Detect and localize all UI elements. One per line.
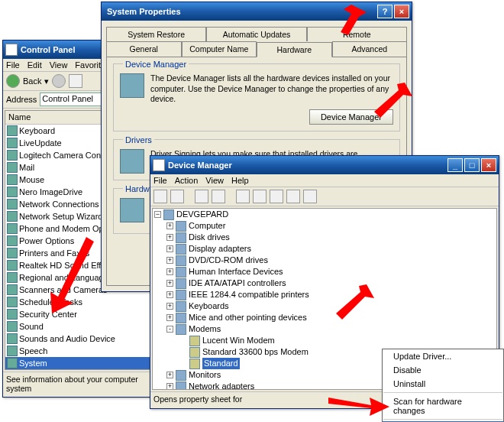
item-icon	[7, 138, 18, 148]
modem-icon	[189, 336, 200, 346]
item-label: Network Setup Wizard	[19, 212, 102, 221]
tree-node[interactable]: +IEEE 1284.4 compatible printers	[153, 289, 496, 300]
item-label: Mail	[19, 163, 34, 172]
node-label: IEEE 1284.4 compatible printers	[189, 289, 309, 300]
tab[interactable]: Automatic Updates	[206, 27, 306, 41]
menu-edit[interactable]: Edit	[27, 60, 42, 70]
tab[interactable]: Advanced	[332, 41, 408, 57]
item-icon	[7, 199, 18, 209]
item-label: Nero ImageDrive	[19, 187, 82, 196]
ctx-update-driver[interactable]: Update Driver...	[383, 349, 503, 363]
toolbar-button[interactable]	[236, 190, 250, 203]
item-icon	[7, 187, 18, 197]
back-label: Back	[23, 76, 41, 86]
tree-node[interactable]: +IDE ATA/ATAPI controllers	[153, 278, 496, 289]
menu-favorites[interactable]: Favorit	[75, 60, 101, 70]
expand-icon[interactable]: +	[166, 280, 173, 287]
device-icon	[176, 244, 186, 255]
cp-item[interactable]: Speech	[5, 345, 152, 357]
item-icon	[7, 248, 18, 258]
device-icon	[176, 267, 186, 278]
tree-node-child[interactable]: Lucent Win Modem	[153, 335, 496, 346]
cp-item[interactable]: System	[5, 357, 152, 369]
menu-file[interactable]: File	[6, 60, 20, 70]
toolbar-button[interactable]	[153, 190, 167, 203]
forward-button-icon[interactable]	[52, 74, 66, 88]
group-title: Device Manager	[123, 60, 189, 69]
collapse-icon[interactable]: −	[154, 211, 161, 218]
item-label: Sound	[19, 322, 44, 331]
annotation-arrow	[367, 83, 412, 121]
group-title: Drivers	[123, 135, 154, 144]
node-label: DVD/CD-ROM drives	[189, 255, 268, 266]
node-label: Mice and other pointing devices	[189, 312, 307, 323]
item-label: Sounds and Audio Device	[19, 334, 115, 343]
expand-icon[interactable]: +	[166, 245, 173, 252]
window-title: Control Panel	[21, 45, 76, 54]
tree-node[interactable]: +Display adapters	[153, 243, 496, 255]
cp-item[interactable]: Sound	[5, 320, 152, 333]
menu-help[interactable]: Help	[231, 176, 249, 185]
expand-icon[interactable]: +	[166, 268, 173, 275]
expand-icon[interactable]: +	[166, 303, 173, 310]
toolbar-button[interactable]	[270, 190, 283, 203]
toolbar-button[interactable]	[286, 190, 300, 203]
item-icon	[7, 211, 18, 222]
up-button-icon[interactable]	[69, 74, 82, 88]
toolbar-button[interactable]	[253, 190, 267, 203]
tree-node[interactable]: +Disk drives	[153, 232, 496, 243]
expand-icon[interactable]: +	[166, 222, 173, 229]
window-title: System Properties	[107, 7, 181, 16]
menu-file[interactable]: File	[153, 176, 167, 185]
expand-icon[interactable]: +	[166, 257, 173, 264]
menu-view[interactable]: View	[50, 60, 68, 70]
toolbar-button[interactable]	[170, 190, 184, 203]
annotation-arrow	[321, 5, 367, 43]
svg-marker-3	[336, 284, 374, 320]
annotation-arrow	[328, 284, 374, 323]
menu-action[interactable]: Action	[175, 176, 199, 185]
device-icon	[176, 301, 186, 312]
device-icon	[176, 381, 186, 391]
device-icon	[176, 313, 186, 323]
cp-item[interactable]: Taskbar and Start Menu	[5, 369, 152, 370]
expand-icon[interactable]: +	[166, 372, 173, 378]
ctx-scan[interactable]: Scan for hardware changes	[383, 394, 503, 417]
toolbar-button[interactable]	[195, 190, 208, 203]
expand-icon[interactable]: +	[166, 291, 173, 298]
tab[interactable]: Hardware	[257, 42, 332, 57]
back-button-icon[interactable]	[6, 74, 20, 88]
expand-icon[interactable]: +	[166, 383, 173, 390]
tree-node[interactable]: +Keyboards	[153, 300, 496, 312]
close-button[interactable]: ×	[394, 5, 409, 18]
tab[interactable]: Computer Name	[182, 41, 257, 57]
help-button[interactable]: ?	[377, 5, 393, 18]
ctx-uninstall[interactable]: Uninstall	[383, 377, 503, 391]
minimize-button[interactable]: _	[447, 158, 463, 172]
device-icon	[176, 290, 186, 300]
separator	[383, 392, 502, 393]
tree-node[interactable]: +DVD/CD-ROM drives	[153, 255, 496, 266]
tree-node[interactable]: +Computer	[153, 220, 496, 232]
context-menu: Update Driver... Disable Uninstall Scan …	[382, 349, 504, 422]
tab[interactable]: System Restore	[106, 27, 206, 41]
tree-node[interactable]: -Modems	[153, 323, 496, 335]
annotation-arrow	[328, 394, 389, 417]
ctx-disable[interactable]: Disable	[383, 363, 503, 377]
expand-icon[interactable]: +	[166, 234, 173, 241]
expand-icon[interactable]: +	[166, 314, 173, 321]
tab[interactable]: General	[106, 41, 182, 57]
close-button[interactable]: ×	[481, 158, 496, 172]
cp-item[interactable]: Sounds and Audio Device	[5, 333, 152, 345]
menu-view[interactable]: View	[205, 176, 224, 185]
device-manager-titlebar[interactable]: Device Manager _ □ ×	[150, 156, 499, 174]
tree-node[interactable]: +Mice and other pointing devices	[153, 312, 496, 323]
toolbar-button[interactable]	[212, 190, 225, 203]
maximize-button[interactable]: □	[464, 158, 480, 172]
tree-node[interactable]: +Human Interface Devices	[153, 266, 496, 278]
item-label: Logitech Camera Control	[19, 151, 112, 160]
expand-icon[interactable]: -	[166, 326, 173, 333]
item-label: Mouse	[19, 175, 44, 184]
toolbar-button[interactable]	[303, 190, 317, 203]
tree-root[interactable]: − DEVGEPARD	[153, 209, 496, 220]
